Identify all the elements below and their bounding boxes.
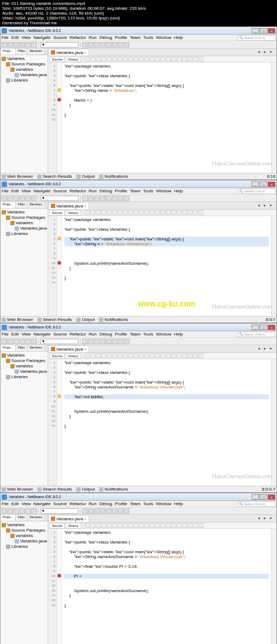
code-line[interactable]: "kw">public "kw">class Variables {: [64, 540, 269, 545]
code-line[interactable]: }: [64, 424, 269, 428]
tree-package[interactable]: variables: [2, 67, 47, 72]
config-dropdown[interactable]: ▾: [41, 196, 78, 201]
minimize-button[interactable]: _: [252, 28, 259, 33]
tab-projects[interactable]: Proje...: [1, 202, 16, 208]
editor-toolbar-button[interactable]: [112, 210, 117, 215]
code-line[interactable]: [64, 399, 269, 404]
toolbar-button[interactable]: [19, 508, 25, 514]
toolbar-button[interactable]: [31, 339, 37, 344]
code-content[interactable]: "kw">package variables;"kw">public "kw">…: [62, 529, 271, 644]
menu-team[interactable]: Team: [130, 35, 141, 40]
menu-source[interactable]: Source: [53, 501, 67, 506]
editor-toolbar-button[interactable]: [123, 353, 128, 358]
menu-file[interactable]: File: [2, 332, 9, 337]
editor-toolbar-button[interactable]: [150, 353, 155, 358]
status-search results[interactable]: Search Results: [37, 317, 72, 322]
toolbar-button[interactable]: [82, 508, 88, 514]
code-line[interactable]: System.out.println(nameAndSurname);: [64, 588, 269, 593]
tree-root[interactable]: Variables: [2, 210, 47, 215]
editor-toolbar-button[interactable]: [123, 210, 128, 215]
tab-scroll-left-icon[interactable]: ◂: [258, 346, 263, 352]
editor-toolbar-button[interactable]: [161, 210, 166, 215]
editor-toolbar-button[interactable]: [85, 353, 90, 358]
tab-services[interactable]: Services: [28, 202, 45, 208]
code-line[interactable]: [64, 559, 269, 564]
editor-toolbar-button[interactable]: [188, 210, 193, 215]
toolbar-button[interactable]: [8, 339, 13, 344]
status-web browser[interactable]: Web Browser: [2, 174, 33, 179]
code-line[interactable]: [64, 598, 269, 603]
editor-tab-variables[interactable]: Variables.java ×: [48, 49, 89, 56]
editor-toolbar-button[interactable]: [193, 353, 198, 358]
toolbar-button[interactable]: [100, 508, 105, 514]
code-line[interactable]: "kw">public "kw">static "kw">void main("…: [64, 237, 269, 242]
editor-tab-variables[interactable]: Variables.java ×: [48, 515, 89, 522]
menu-file[interactable]: File: [2, 501, 9, 506]
toolbar-button[interactable]: [112, 42, 117, 48]
minimize-button[interactable]: _: [252, 494, 259, 500]
code-line[interactable]: [64, 256, 269, 261]
editor-toolbar-button[interactable]: [155, 353, 160, 358]
config-dropdown[interactable]: ▾: [41, 339, 78, 344]
code-line[interactable]: "kw">public "kw">static "kw">void main("…: [64, 380, 269, 385]
source-tab[interactable]: Source: [49, 210, 65, 216]
maximize-button[interactable]: □: [260, 325, 267, 330]
menu-navigate[interactable]: Navigate: [34, 332, 51, 337]
toolbar-button[interactable]: [31, 508, 37, 514]
editor-toolbar-button[interactable]: [161, 57, 166, 62]
editor-toolbar-button[interactable]: [85, 57, 90, 62]
code-line[interactable]: [64, 365, 269, 370]
editor-toolbar-button[interactable]: [139, 523, 144, 528]
project-tree[interactable]: Variables Source Packages variables Vari…: [1, 209, 48, 238]
menu-refactor[interactable]: Refactor: [70, 332, 86, 337]
editor-toolbar-button[interactable]: [172, 210, 176, 215]
toolbar-button[interactable]: [94, 508, 100, 514]
toolbar-button[interactable]: [112, 508, 117, 514]
close-button[interactable]: ×: [268, 28, 275, 33]
editor-toolbar-button[interactable]: [90, 57, 95, 62]
editor-toolbar-button[interactable]: [107, 353, 111, 358]
menu-help[interactable]: Help: [174, 501, 183, 506]
editor-toolbar-button[interactable]: [96, 353, 101, 358]
code-editor[interactable]: 1234567891011121314 "kw">package variabl…: [48, 359, 276, 486]
editor-toolbar-button[interactable]: [96, 210, 101, 215]
menu-refactor[interactable]: Refactor: [70, 501, 86, 506]
menu-navigate[interactable]: Navigate: [34, 189, 51, 193]
toolbar-button[interactable]: [82, 339, 88, 344]
tree-file[interactable]: Variables.java: [2, 539, 47, 544]
menu-debug[interactable]: Debug: [100, 35, 113, 40]
source-tab[interactable]: Source: [49, 523, 65, 528]
toolbar-button[interactable]: [106, 196, 111, 201]
editor-toolbar-button[interactable]: [144, 523, 149, 528]
toolbar-button[interactable]: [14, 196, 19, 201]
toolbar-button[interactable]: [2, 508, 7, 514]
menu-window[interactable]: Window: [156, 332, 171, 337]
code-line[interactable]: "kw">public "kw">static "kw">void main("…: [64, 83, 269, 88]
code-line[interactable]: "kw">String nameAndSurname = "Arkadiusz …: [64, 385, 269, 390]
toolbar-button[interactable]: [100, 196, 105, 201]
tree-root[interactable]: Variables: [2, 56, 47, 62]
tab-scroll-right-icon[interactable]: ▸: [264, 346, 269, 352]
menu-window[interactable]: Window: [156, 501, 171, 506]
editor-toolbar-button[interactable]: [188, 57, 193, 62]
editor-toolbar-button[interactable]: [150, 523, 155, 528]
menu-debug[interactable]: Debug: [100, 189, 113, 193]
toolbar-button[interactable]: [88, 196, 94, 201]
status-notifications[interactable]: Notifications: [99, 317, 128, 322]
editor-toolbar-button[interactable]: [177, 353, 182, 358]
code-line[interactable]: [64, 69, 269, 73]
code-line[interactable]: PI =: [64, 574, 269, 579]
code-content[interactable]: "kw">package variables;"kw">public "kw">…: [62, 216, 271, 316]
code-line[interactable]: [64, 246, 269, 251]
menu-run[interactable]: Run: [89, 189, 97, 193]
menu-team[interactable]: Team: [130, 189, 141, 193]
editor-toolbar-button[interactable]: [90, 210, 95, 215]
code-line[interactable]: "kw">public "kw">static "kw">void main("…: [64, 549, 269, 554]
editor-tab-variables[interactable]: Variables.java ×: [48, 345, 89, 352]
menu-edit[interactable]: Edit: [11, 332, 19, 337]
titlebar[interactable]: Variables - NetBeans IDE 8.0.2 _ □ ×: [1, 493, 276, 501]
project-tree[interactable]: Variables Source Packages variables Vari…: [1, 352, 48, 381]
menu-window[interactable]: Window: [156, 189, 171, 193]
toolbar-button[interactable]: [8, 508, 13, 514]
toolbar-button[interactable]: [106, 508, 111, 514]
